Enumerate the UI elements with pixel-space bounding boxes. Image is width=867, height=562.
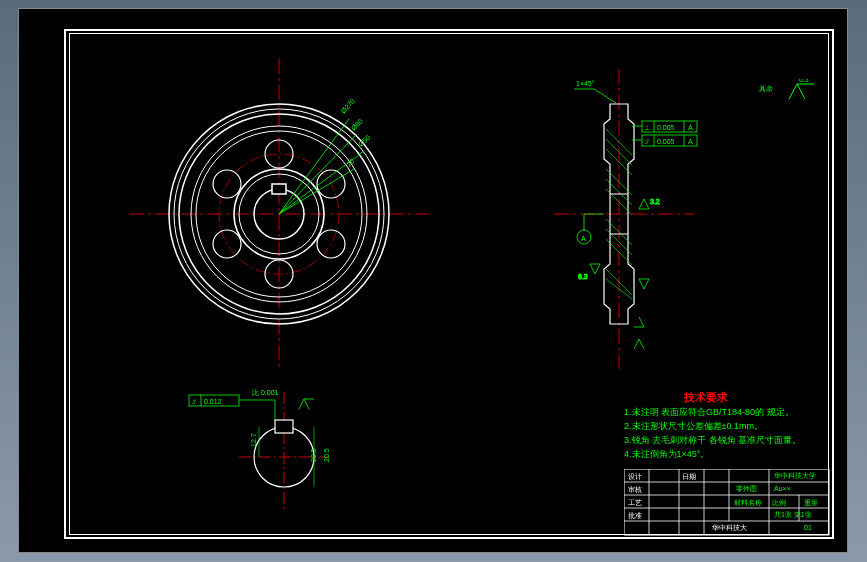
surface-finish-global: 其余 6.3 — [759, 79, 829, 109]
note-3: 3.锐角 去毛刺对称干 各锐角 基准尺寸面量。 — [624, 435, 801, 445]
svg-point-16 — [213, 230, 241, 258]
tb-company: 华中科技大学 — [774, 472, 816, 479]
tb-part: 零件图 — [736, 485, 757, 493]
tolerance-frame-2: ⫽ 0.005 A — [632, 135, 697, 146]
svg-text:A: A — [581, 235, 586, 242]
svg-text:20.5: 20.5 — [323, 448, 330, 462]
svg-text:比例: 比例 — [772, 499, 786, 506]
svg-rect-64 — [275, 420, 293, 433]
svg-text:重量: 重量 — [804, 499, 818, 506]
svg-text:审核: 审核 — [628, 486, 642, 494]
svg-text:6.3: 6.3 — [799, 79, 809, 83]
svg-text:设计: 设计 — [628, 473, 642, 480]
svg-text:A: A — [688, 124, 693, 131]
svg-text:0.005: 0.005 — [657, 138, 675, 145]
svg-text:Au××: Au×× — [774, 485, 791, 492]
svg-line-24 — [594, 89, 616, 103]
svg-text:华中科技大: 华中科技大 — [712, 524, 747, 531]
title-block: 零件图 华中科技大学 Au×× 设计 审核 工艺 批准 日期 材料名称 比例 重… — [624, 469, 832, 537]
gear-front-view: Ø270 Ø80 Ø50 20 — [129, 59, 429, 369]
svg-text:0.012: 0.012 — [204, 398, 222, 405]
datum-a: A — [577, 214, 604, 244]
svg-text:比 0.001: 比 0.001 — [252, 389, 279, 396]
svg-text:工艺: 工艺 — [628, 499, 642, 506]
svg-text:日期: 日期 — [682, 473, 696, 480]
keyway-detail: ⫽ 0.012 比 0.001 12.7 20.5 20.5 — [184, 387, 384, 517]
tolerance-frame-1: ⊥ 0.005 A — [632, 121, 697, 132]
svg-text:A: A — [688, 138, 693, 145]
svg-rect-11 — [272, 184, 286, 194]
notes-title: 技术要求 — [683, 391, 729, 403]
svg-text:⫽: ⫽ — [191, 398, 198, 405]
svg-text:3.2: 3.2 — [650, 198, 660, 205]
svg-text:材料名称: 材料名称 — [733, 499, 762, 506]
gear-section-view: 1×45° ⊥ 0.005 A ⫽ 0 — [554, 69, 714, 369]
svg-text:01: 01 — [804, 524, 812, 531]
rest-label: 其余 — [759, 85, 773, 93]
svg-text:⊥: ⊥ — [644, 124, 650, 131]
svg-text:6.3: 6.3 — [578, 273, 588, 280]
svg-text:批准: 批准 — [628, 512, 642, 519]
tech-requirements: 技术要求 1.未注明 表面应符合GB/T184-80的 规定。 2.未注形状尺寸… — [624, 389, 844, 469]
svg-text:0.005: 0.005 — [657, 124, 675, 131]
tb-sheet: 共1张 第1张 — [774, 511, 812, 519]
svg-text:20.5: 20.5 — [310, 448, 317, 462]
dim-d1: Ø270 — [340, 97, 357, 114]
note-1: 1.未注明 表面应符合GB/T184-80的 规定。 — [624, 407, 794, 417]
note-2: 2.未注形状尺寸公差偏差±0.1mm。 — [624, 421, 763, 431]
note-4: 4.未注倒角为1×45°。 — [624, 449, 709, 459]
svg-text:12.7: 12.7 — [250, 433, 257, 447]
dim-d2: Ø80 — [350, 117, 364, 131]
cad-drawing-canvas[interactable]: Ø270 Ø80 Ø50 20 1×45° ⊥ — [18, 8, 848, 553]
chamfer-label: 1×45° — [576, 80, 595, 87]
svg-text:⫽: ⫽ — [644, 138, 651, 145]
